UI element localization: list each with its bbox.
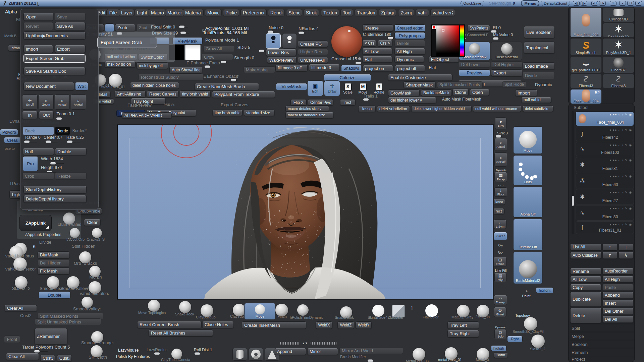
storedepthhistory[interactable]: StoreDepthHistory bbox=[23, 186, 87, 193]
label: Save bbox=[57, 15, 67, 19]
label: Back bbox=[25, 129, 35, 133]
zoom-0-1: Zoom 0.1 bbox=[56, 112, 83, 116]
label: Save As Startup Doc bbox=[26, 69, 66, 73]
label: Resize bbox=[57, 174, 71, 178]
label: StoreDepthHistory bbox=[26, 187, 61, 192]
import[interactable]: Import bbox=[23, 45, 53, 53]
notch bbox=[67, 140, 80, 143]
document-menu-items: OpenSaveRevertSave AsLightbox▶DocumentsI… bbox=[0, 0, 644, 362]
label: Lightbox▶Documents bbox=[26, 34, 68, 38]
border[interactable]: Border bbox=[55, 126, 70, 135]
resize[interactable]: Resize bbox=[55, 172, 87, 180]
half[interactable]: Half bbox=[23, 148, 54, 155]
notch bbox=[46, 140, 58, 143]
height-974: Height 974 bbox=[40, 165, 68, 170]
in[interactable]: In bbox=[22, 111, 38, 119]
wsize[interactable]: WSize bbox=[75, 82, 88, 90]
new-document[interactable]: New Document bbox=[23, 82, 74, 90]
save-as-startup-doc[interactable]: Save As Startup Doc bbox=[23, 67, 86, 75]
label: Range 0 bbox=[25, 135, 40, 139]
label: Pro bbox=[27, 162, 34, 166]
notch bbox=[24, 140, 37, 143]
export[interactable]: Export bbox=[55, 45, 86, 53]
label: In bbox=[28, 113, 32, 117]
label: DeleteDepthHistory bbox=[26, 197, 64, 201]
crop[interactable]: Crop bbox=[22, 172, 54, 180]
label: Border bbox=[57, 129, 68, 133]
label: Zoom bbox=[42, 103, 50, 106]
actual[interactable]: ⌕Actual bbox=[55, 95, 70, 110]
back[interactable]: Back bbox=[23, 126, 54, 135]
label: Open bbox=[26, 15, 37, 19]
label: Revert bbox=[26, 24, 39, 28]
label: Width 1634 bbox=[41, 157, 63, 161]
label: Border2 bbox=[72, 129, 87, 133]
range-0: Range 0 bbox=[24, 135, 42, 139]
border2: Border2 bbox=[71, 127, 88, 134]
label: Out bbox=[43, 113, 50, 117]
aahalf[interactable]: ⌕AAHalf bbox=[71, 95, 86, 110]
width-1634: Width 1634 bbox=[40, 157, 68, 161]
label: Zoom 0.1 bbox=[56, 112, 75, 116]
rate-0-25: Rate 0.25 bbox=[66, 135, 87, 139]
label: Actual bbox=[58, 103, 66, 106]
lightbox-documents[interactable]: Lightbox▶Documents bbox=[23, 32, 86, 40]
label: Save As bbox=[57, 24, 73, 28]
out[interactable]: Out bbox=[39, 111, 54, 119]
center-0-7: Center 0.7 bbox=[43, 135, 64, 139]
label: Import bbox=[26, 47, 38, 51]
label: Export bbox=[57, 47, 70, 51]
label: Export Screen Grab bbox=[26, 56, 64, 61]
save[interactable]: Save bbox=[55, 13, 86, 21]
label: Double bbox=[57, 149, 71, 154]
zoom[interactable]: ⌕Zoom bbox=[39, 95, 54, 110]
save-as[interactable]: Save As bbox=[55, 22, 86, 30]
scroll[interactable]: ✛Scroll bbox=[22, 95, 38, 110]
double[interactable]: Double bbox=[55, 148, 87, 155]
tooltip: Export Screen Grab bbox=[97, 37, 157, 48]
label: Half bbox=[25, 149, 33, 154]
pro[interactable]: Pro bbox=[23, 156, 38, 171]
label: AAHalf bbox=[74, 103, 83, 106]
label: Crop bbox=[25, 174, 34, 178]
revert[interactable]: Revert bbox=[23, 22, 53, 30]
label: WSize bbox=[77, 84, 86, 88]
zbrush-window: { "title": {"app": "ZBrush 2018.1 [", "q… bbox=[0, 0, 644, 362]
label: Rate 0.25 bbox=[66, 135, 84, 139]
label: New Document bbox=[26, 84, 56, 88]
export-screen-grab[interactable]: Export Screen Grab bbox=[23, 54, 86, 63]
deletedepthhistory[interactable]: DeleteDepthHistory bbox=[23, 195, 87, 203]
notch bbox=[50, 162, 64, 165]
open[interactable]: Open bbox=[23, 13, 53, 21]
label: Scroll bbox=[26, 103, 34, 106]
label: Height 974 bbox=[41, 165, 62, 170]
label: Center 0.7 bbox=[44, 135, 62, 139]
notch bbox=[56, 117, 71, 120]
